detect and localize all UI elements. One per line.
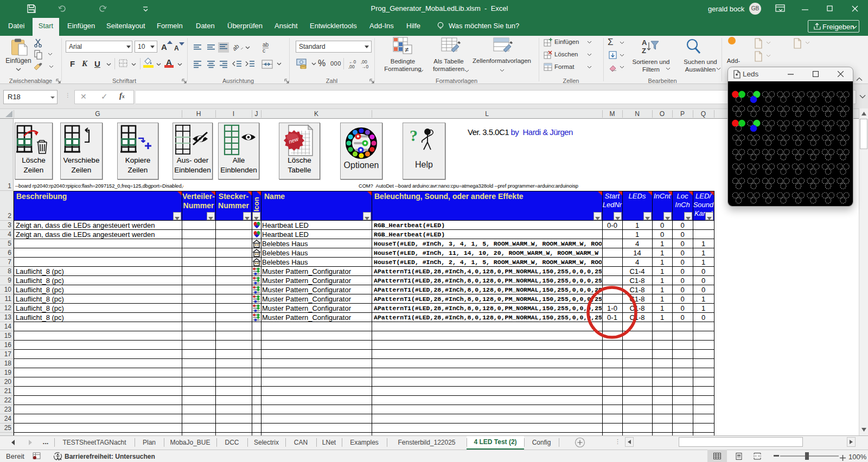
- svg-text:≠: ≠: [405, 46, 409, 54]
- svg-text:Z: Z: [642, 47, 646, 55]
- svg-text:Icon: Icon: [252, 197, 260, 211]
- svg-text:,00: ,00: [348, 64, 355, 69]
- svg-text:ab: ab: [233, 43, 240, 52]
- svg-text:?: ?: [410, 126, 418, 144]
- svg-text:→0: →0: [361, 64, 369, 69]
- svg-text:A: A: [642, 39, 647, 47]
